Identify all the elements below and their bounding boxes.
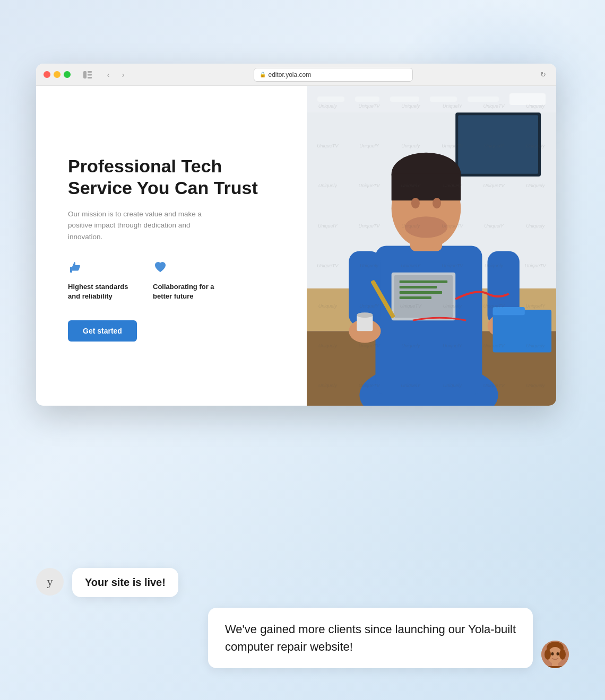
svg-point-39 (559, 649, 566, 660)
nav-ghost-1 (317, 97, 344, 102)
svg-rect-1 (88, 71, 92, 73)
svg-rect-43 (547, 666, 564, 668)
feature-item-2: Collaborating for a better future (153, 260, 217, 301)
nav-ghost-5 (468, 97, 499, 102)
sidebar-toggle-icon[interactable] (80, 69, 95, 80)
svg-rect-31 (493, 307, 525, 315)
svg-rect-0 (83, 71, 87, 78)
svg-rect-3 (88, 77, 92, 78)
svg-rect-30 (493, 310, 552, 352)
url-text: editor.yola.com (269, 71, 312, 78)
svg-rect-16 (392, 174, 461, 200)
lock-icon: 🔒 (260, 72, 266, 77)
chat-section: y Your site is live! We've gained more c… (36, 568, 569, 668)
heart-icon (153, 260, 217, 278)
address-bar-container: 🔒 editor.yola.com (134, 68, 532, 82)
browser-chrome: ‹ › 🔒 editor.yola.com ↻ (36, 64, 556, 86)
site-nav-overlay (307, 86, 556, 112)
forward-button[interactable]: › (117, 69, 129, 81)
bot-bubble: Your site is live! (72, 568, 178, 597)
bot-message: y Your site is live! (36, 568, 569, 597)
minimize-button[interactable] (54, 71, 60, 78)
svg-rect-29 (400, 296, 431, 299)
svg-point-41 (557, 652, 559, 655)
svg-point-40 (551, 652, 554, 655)
svg-point-18 (433, 198, 441, 208)
back-button[interactable]: ‹ (102, 69, 114, 81)
bot-avatar: y (36, 568, 64, 596)
address-bar[interactable]: 🔒 editor.yola.com (254, 68, 413, 82)
svg-point-38 (544, 649, 551, 660)
svg-rect-28 (400, 291, 442, 294)
nav-ghost-3 (390, 97, 419, 102)
hero-image-panel: Uniquely UniqueTV Uniquely UniquelY Uniq… (307, 86, 556, 406)
browser-nav: ‹ › (102, 69, 129, 81)
user-avatar-illustration (541, 641, 569, 668)
tech-person-illustration (307, 86, 556, 406)
hero-description: Our mission is to create value and make … (68, 208, 217, 243)
reload-button[interactable]: ↻ (537, 69, 549, 81)
browser-window: ‹ › 🔒 editor.yola.com ↻ Professional Tec… (36, 64, 556, 406)
svg-rect-27 (400, 286, 437, 288)
hero-title: Professional Tech Service You Can Trust (68, 155, 280, 199)
user-message: We've gained more clients since launchin… (208, 608, 569, 668)
tech-repair-image: Uniquely UniqueTV Uniquely UniquelY Uniq… (307, 86, 556, 406)
svg-rect-4 (70, 267, 72, 273)
get-started-button[interactable]: Get started (68, 320, 137, 342)
svg-point-34 (357, 312, 373, 318)
nav-ghost-4 (430, 97, 457, 102)
svg-point-17 (411, 198, 420, 208)
feature-2-label: Collaborating for a better future (153, 282, 217, 301)
thumbs-up-icon (68, 260, 132, 278)
svg-point-19 (405, 216, 447, 238)
maximize-button[interactable] (64, 71, 71, 78)
website-content: Professional Tech Service You Can Trust … (36, 86, 556, 406)
svg-rect-2 (88, 74, 92, 75)
user-avatar (541, 641, 569, 668)
feature-items: Highest standards and reliability Collab… (68, 260, 280, 301)
svg-rect-8 (458, 115, 538, 174)
svg-rect-26 (400, 281, 447, 283)
user-bubble: We've gained more clients since launchin… (208, 608, 533, 668)
feature-1-label: Highest standards and reliability (68, 282, 132, 301)
nav-search-ghost (509, 93, 546, 105)
traffic-lights (44, 71, 71, 78)
close-button[interactable] (44, 71, 50, 78)
nav-ghost-2 (355, 97, 380, 102)
feature-item-1: Highest standards and reliability (68, 260, 132, 301)
hero-left-panel: Professional Tech Service You Can Trust … (36, 86, 307, 406)
